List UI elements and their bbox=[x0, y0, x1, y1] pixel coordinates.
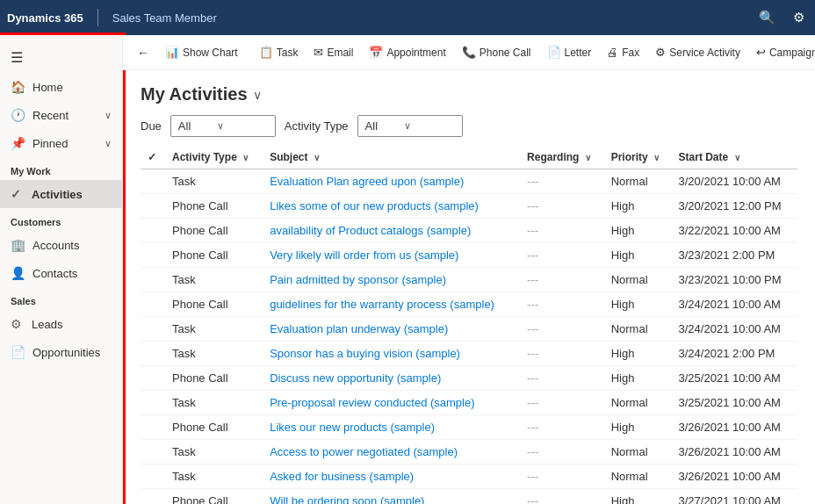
row-checkbox[interactable] bbox=[141, 464, 165, 489]
activity-type-dropdown[interactable]: All ∨ bbox=[357, 115, 463, 137]
sidebar-item-contacts[interactable]: 👤 Contacts bbox=[0, 259, 122, 287]
row-priority: Normal bbox=[604, 391, 672, 415]
accounts-icon: 🏢 bbox=[11, 238, 25, 252]
letter-button[interactable]: 📄 Letter bbox=[540, 42, 599, 62]
row-regarding: --- bbox=[520, 366, 604, 391]
row-start-date: 3/22/2021 10:00 AM bbox=[672, 219, 797, 243]
sidebar-item-leads[interactable]: ⚙ Leads bbox=[0, 310, 122, 338]
row-activity-type: Task bbox=[165, 391, 263, 415]
row-priority: Normal bbox=[604, 169, 672, 194]
campaign-response-button[interactable]: ↩ Campaign Response bbox=[749, 42, 815, 62]
service-icon: ⚙ bbox=[655, 46, 666, 59]
phone-call-button[interactable]: 📞 Phone Call bbox=[455, 42, 538, 62]
fax-label: Fax bbox=[622, 47, 639, 59]
sidebar-item-accounts[interactable]: 🏢 Accounts bbox=[0, 231, 122, 259]
row-subject[interactable]: Likes some of our new products (sample) bbox=[263, 194, 520, 219]
row-checkbox[interactable] bbox=[141, 219, 165, 243]
row-checkbox[interactable] bbox=[141, 194, 165, 219]
row-start-date: 3/23/2021 10:00 PM bbox=[672, 268, 797, 292]
chart-icon: 📊 bbox=[165, 46, 179, 59]
row-subject[interactable]: availability of Product catalogs (sample… bbox=[263, 219, 520, 243]
row-subject[interactable]: Evaluation Plan agreed upon (sample) bbox=[263, 169, 520, 194]
row-regarding: --- bbox=[520, 489, 604, 505]
row-checkbox[interactable] bbox=[141, 489, 165, 505]
row-checkbox[interactable] bbox=[141, 292, 165, 317]
row-start-date: 3/20/2021 12:00 PM bbox=[672, 194, 797, 219]
col-start-date[interactable]: Start Date ∨ bbox=[672, 146, 797, 169]
row-checkbox[interactable] bbox=[141, 169, 165, 194]
service-activity-button[interactable]: ⚙ Service Activity bbox=[648, 42, 747, 62]
row-subject[interactable]: Pre-proposal review conducted (sample) bbox=[263, 391, 520, 415]
row-checkbox[interactable] bbox=[141, 243, 165, 268]
row-subject[interactable]: Discuss new opportunity (sample) bbox=[263, 366, 520, 391]
row-activity-type: Task bbox=[165, 464, 263, 489]
phone-icon: 📞 bbox=[462, 46, 476, 59]
row-subject[interactable]: guidelines for the warranty process (sam… bbox=[263, 292, 520, 317]
row-start-date: 3/25/2021 10:00 AM bbox=[672, 366, 797, 391]
table-row: Phone CallDiscuss new opportunity (sampl… bbox=[141, 366, 797, 391]
col-subject[interactable]: Subject ∨ bbox=[263, 146, 520, 169]
sidebar-pinned-label: Pinned bbox=[32, 137, 68, 150]
row-subject[interactable]: Pain admitted by sponsor (sample) bbox=[263, 268, 520, 292]
settings-icon[interactable]: ⚙ bbox=[790, 6, 808, 29]
fax-button[interactable]: 🖨 Fax bbox=[600, 42, 646, 62]
sidebar-item-recent[interactable]: 🕐 Recent ∨ bbox=[0, 101, 122, 129]
row-activity-type: Phone Call bbox=[165, 489, 263, 505]
row-checkbox[interactable] bbox=[141, 268, 165, 292]
sidebar-item-home[interactable]: 🏠 Home bbox=[0, 73, 122, 101]
sort-icon-3: ∨ bbox=[585, 153, 591, 162]
activities-tbody: TaskEvaluation Plan agreed upon (sample)… bbox=[141, 169, 797, 505]
table-row: Phone CallLikes our new products (sample… bbox=[141, 415, 797, 440]
col-activity-type[interactable]: Activity Type ∨ bbox=[165, 146, 263, 169]
sidebar-contacts-label: Contacts bbox=[32, 267, 77, 280]
row-checkbox[interactable] bbox=[141, 415, 165, 440]
table-header: ✓ Activity Type ∨ Subject ∨ Regarding ∨ … bbox=[141, 146, 797, 169]
row-subject[interactable]: Will be ordering soon (sample) bbox=[263, 489, 520, 505]
table-row: Phone CallVery likely will order from us… bbox=[141, 243, 797, 268]
search-icon[interactable]: 🔍 bbox=[755, 6, 779, 29]
table-row: TaskAccess to power negotiated (sample)-… bbox=[141, 440, 797, 464]
sidebar-item-activities[interactable]: ✓ Activities bbox=[0, 180, 122, 208]
service-activity-label: Service Activity bbox=[669, 47, 740, 59]
email-button[interactable]: ✉ Email bbox=[307, 42, 360, 62]
show-chart-button[interactable]: 📊 Show Chart bbox=[158, 42, 245, 62]
row-activity-type: Task bbox=[165, 317, 263, 342]
pin-icon: 📌 bbox=[11, 136, 25, 150]
due-dropdown[interactable]: All ∨ bbox=[170, 115, 276, 137]
table-row: TaskPre-proposal review conducted (sampl… bbox=[141, 391, 797, 415]
appointment-button[interactable]: 📅 Appointment bbox=[362, 42, 452, 62]
row-checkbox[interactable] bbox=[141, 440, 165, 464]
task-button[interactable]: 📋 Task bbox=[252, 42, 306, 62]
row-activity-type: Task bbox=[165, 268, 263, 292]
title-chevron-icon[interactable]: ∨ bbox=[253, 88, 262, 102]
row-subject[interactable]: Evaluation plan underway (sample) bbox=[263, 317, 520, 342]
sidebar-item-pinned[interactable]: 📌 Pinned ∨ bbox=[0, 129, 122, 157]
row-subject[interactable]: Access to power negotiated (sample) bbox=[263, 440, 520, 464]
row-subject[interactable]: Sponsor has a buying vision (sample) bbox=[263, 342, 520, 366]
table-row: TaskEvaluation Plan agreed upon (sample)… bbox=[141, 169, 797, 194]
table-row: TaskPain admitted by sponsor (sample)---… bbox=[141, 268, 797, 292]
campaign-response-label: Campaign Response bbox=[769, 47, 815, 59]
back-button[interactable]: ← bbox=[130, 42, 156, 63]
row-start-date: 3/23/2021 2:00 PM bbox=[672, 243, 797, 268]
row-regarding: --- bbox=[520, 219, 604, 243]
select-all-checkbox[interactable]: ✓ bbox=[141, 146, 165, 169]
row-checkbox[interactable] bbox=[141, 366, 165, 391]
row-checkbox[interactable] bbox=[141, 317, 165, 342]
sort-icon-5: ∨ bbox=[734, 153, 740, 162]
row-subject[interactable]: Likes our new products (sample) bbox=[263, 415, 520, 440]
hamburger-button[interactable]: ☰ bbox=[0, 42, 122, 73]
row-start-date: 3/25/2021 10:00 AM bbox=[672, 391, 797, 415]
col-priority[interactable]: Priority ∨ bbox=[604, 146, 672, 169]
table-row: TaskEvaluation plan underway (sample)---… bbox=[141, 317, 797, 342]
row-start-date: 3/24/2021 10:00 AM bbox=[672, 317, 797, 342]
col-regarding[interactable]: Regarding ∨ bbox=[520, 146, 604, 169]
row-subject[interactable]: Very likely will order from us (sample) bbox=[263, 243, 520, 268]
row-activity-type: Task bbox=[165, 440, 263, 464]
table-row: Phone CallWill be ordering soon (sample)… bbox=[141, 489, 797, 505]
row-checkbox[interactable] bbox=[141, 342, 165, 366]
row-subject[interactable]: Asked for business (sample) bbox=[263, 464, 520, 489]
opportunities-icon: 📄 bbox=[11, 345, 25, 359]
row-checkbox[interactable] bbox=[141, 391, 165, 415]
sidebar-item-opportunities[interactable]: 📄 Opportunities bbox=[0, 338, 122, 366]
